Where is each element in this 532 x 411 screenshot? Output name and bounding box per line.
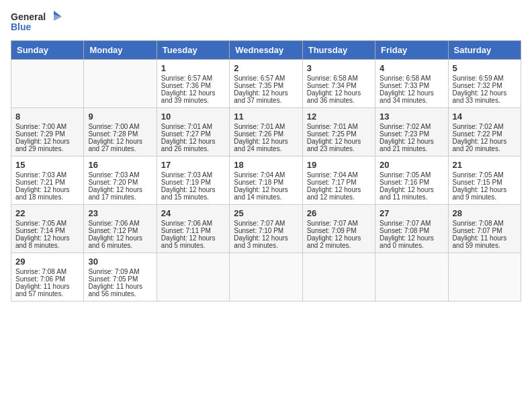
sunrise: Sunrise: 6:59 AM [453,75,504,82]
calendar-cell: 21 Sunrise: 7:05 AM Sunset: 7:15 PM Dayl… [448,156,521,205]
calendar-cell: 22 Sunrise: 7:05 AM Sunset: 7:14 PM Dayl… [11,205,84,253]
sunset: Sunset: 7:27 PM [161,130,211,138]
daylight: Daylight: 12 hours and 37 minutes. [234,89,288,104]
calendar-cell: 26 Sunrise: 7:07 AM Sunset: 7:09 PM Dayl… [302,205,375,253]
day-header-monday: Monday [84,41,157,60]
sunrise: Sunrise: 7:06 AM [161,220,212,227]
sunrise: Sunrise: 7:02 AM [380,123,431,130]
calendar-cell [375,253,448,302]
day-number: 18 [234,160,298,170]
daylight: Daylight: 11 hours and 57 minutes. [15,283,70,298]
day-number: 1 [161,63,225,73]
calendar-cell: 17 Sunrise: 7:03 AM Sunset: 7:19 PM Dayl… [157,156,229,205]
calendar-cell: 13 Sunrise: 7:02 AM Sunset: 7:23 PM Dayl… [375,108,448,156]
daylight: Daylight: 12 hours and 27 minutes. [88,138,142,152]
day-number: 11 [234,111,298,122]
sunset: Sunset: 7:06 PM [15,275,65,283]
daylight: Daylight: 12 hours and 20 minutes. [453,138,507,152]
sunset: Sunset: 7:08 PM [380,227,429,234]
calendar-cell: 10 Sunrise: 7:01 AM Sunset: 7:27 PM Dayl… [157,108,229,156]
sunset: Sunset: 7:36 PM [161,82,211,89]
sunrise: Sunrise: 6:57 AM [161,75,212,82]
day-number: 22 [15,208,79,218]
day-number: 2 [234,63,298,73]
calendar-cell: 24 Sunrise: 7:06 AM Sunset: 7:11 PM Dayl… [157,205,229,253]
daylight: Daylight: 12 hours and 12 minutes. [307,186,361,201]
sunset: Sunset: 7:23 PM [380,130,429,138]
calendar-cell: 18 Sunrise: 7:04 AM Sunset: 7:18 PM Dayl… [230,156,302,205]
calendar-cell [302,253,375,302]
sunset: Sunset: 7:21 PM [15,179,65,186]
sunrise: Sunrise: 7:03 AM [15,171,66,179]
daylight: Daylight: 12 hours and 3 minutes. [234,234,288,249]
calendar-cell: 3 Sunrise: 6:58 AM Sunset: 7:34 PM Dayli… [302,60,375,108]
daylight: Daylight: 12 hours and 2 minutes. [307,234,361,249]
calendar-cell: 8 Sunrise: 7:00 AM Sunset: 7:29 PM Dayli… [11,108,84,156]
sunset: Sunset: 7:28 PM [88,130,138,138]
sunset: Sunset: 7:34 PM [307,82,357,89]
day-header-thursday: Thursday [302,41,375,60]
calendar-cell [157,253,229,302]
sunrise: Sunrise: 7:08 AM [15,268,66,275]
daylight: Daylight: 12 hours and 0 minutes. [380,234,434,249]
calendar-cell [11,60,84,108]
calendar-cell: 25 Sunrise: 7:07 AM Sunset: 7:10 PM Dayl… [230,205,302,253]
daylight: Daylight: 12 hours and 6 minutes. [88,234,142,249]
sunrise: Sunrise: 7:07 AM [234,220,285,227]
day-header-wednesday: Wednesday [230,41,302,60]
day-number: 3 [307,63,371,73]
calendar-cell: 5 Sunrise: 6:59 AM Sunset: 7:32 PM Dayli… [448,60,521,108]
daylight: Daylight: 12 hours and 23 minutes. [307,138,361,152]
sunrise: Sunrise: 7:01 AM [161,123,212,130]
calendar-cell: 29 Sunrise: 7:08 AM Sunset: 7:06 PM Dayl… [11,253,84,302]
day-number: 17 [161,160,225,170]
daylight: Daylight: 12 hours and 21 minutes. [380,138,434,152]
sunrise: Sunrise: 7:09 AM [88,268,139,275]
day-number: 19 [307,160,371,170]
daylight: Daylight: 12 hours and 26 minutes. [161,138,216,152]
day-header-friday: Friday [375,41,448,60]
daylight: Daylight: 12 hours and 8 minutes. [15,234,70,249]
calendar-cell: 14 Sunrise: 7:02 AM Sunset: 7:22 PM Dayl… [448,108,521,156]
sunrise: Sunrise: 7:01 AM [307,123,358,130]
sunset: Sunset: 7:18 PM [234,179,283,186]
sunrise: Sunrise: 7:05 AM [380,171,431,179]
day-number: 4 [380,63,443,73]
daylight: Daylight: 12 hours and 9 minutes. [453,186,507,201]
sunset: Sunset: 7:12 PM [88,227,138,234]
sunrise: Sunrise: 6:58 AM [307,75,358,82]
calendar-table: SundayMondayTuesdayWednesdayThursdayFrid… [11,40,521,302]
sunset: Sunset: 7:14 PM [15,227,65,234]
sunset: Sunset: 7:10 PM [234,227,283,234]
sunrise: Sunrise: 7:04 AM [307,171,358,179]
day-number: 20 [380,160,443,170]
sunrise: Sunrise: 7:07 AM [307,220,358,227]
sunset: Sunset: 7:16 PM [380,179,429,186]
sunrise: Sunrise: 7:08 AM [453,220,504,227]
sunset: Sunset: 7:22 PM [453,130,502,138]
sunset: Sunset: 7:20 PM [88,179,138,186]
sunrise: Sunrise: 7:00 AM [15,123,66,130]
sunrise: Sunrise: 7:02 AM [453,123,504,130]
logo: General Blue [11,11,62,32]
sunset: Sunset: 7:33 PM [380,82,429,89]
sunrise: Sunrise: 7:07 AM [380,220,431,227]
calendar-cell: 20 Sunrise: 7:05 AM Sunset: 7:16 PM Dayl… [375,156,448,205]
sunset: Sunset: 7:17 PM [307,179,357,186]
day-header-sunday: Sunday [11,41,84,60]
daylight: Daylight: 12 hours and 5 minutes. [161,234,216,249]
daylight: Daylight: 12 hours and 39 minutes. [161,89,216,104]
sunset: Sunset: 7:15 PM [453,179,502,186]
sunset: Sunset: 7:05 PM [88,275,138,283]
day-number: 16 [88,160,152,170]
calendar-cell: 16 Sunrise: 7:03 AM Sunset: 7:20 PM Dayl… [84,156,157,205]
sunrise: Sunrise: 6:57 AM [234,75,285,82]
sunset: Sunset: 7:11 PM [161,227,211,234]
daylight: Daylight: 12 hours and 33 minutes. [453,89,507,104]
sunset: Sunset: 7:35 PM [234,82,283,89]
calendar-cell: 15 Sunrise: 7:03 AM Sunset: 7:21 PM Dayl… [11,156,84,205]
calendar-cell [448,253,521,302]
day-number: 26 [307,208,371,218]
daylight: Daylight: 12 hours and 34 minutes. [380,89,434,104]
day-number: 10 [161,111,225,122]
